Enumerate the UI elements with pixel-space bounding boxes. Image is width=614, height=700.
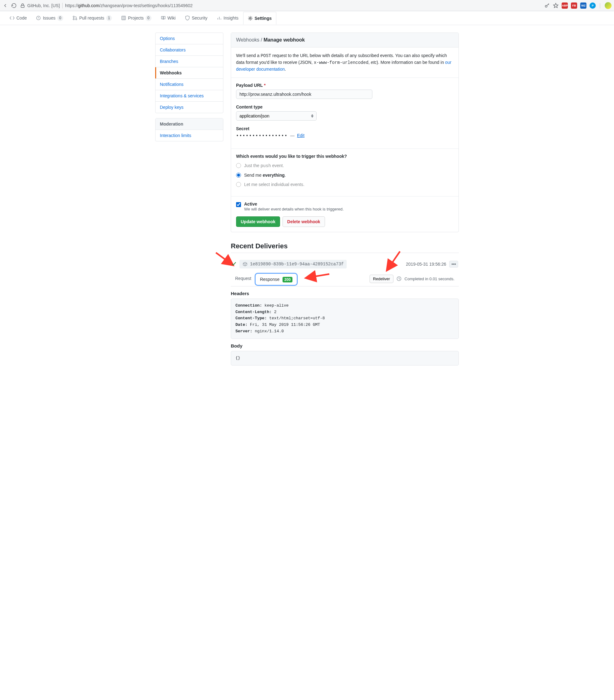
active-checkbox-row[interactable]: Active We will deliver event details whe… xyxy=(236,201,453,211)
repo-nav: Code Issues 0 Pull requests 1 Projects 0… xyxy=(0,11,614,25)
tab-request[interactable]: Request xyxy=(235,276,251,285)
tab-response[interactable]: Response 200 xyxy=(257,275,296,284)
box-header: Webhooks / Manage webhook xyxy=(231,33,459,47)
completed-text: Completed in 0.01 seconds. xyxy=(405,276,455,281)
tab-settings[interactable]: Settings xyxy=(243,12,276,25)
chrome-right-icons: ABP FB WZ P │ xyxy=(544,2,612,9)
post-verb: POST xyxy=(260,53,271,58)
sidebar-item-branches[interactable]: Branches xyxy=(155,56,223,67)
issues-count: 0 xyxy=(57,15,63,21)
delivery-id-chip: 1e819890-839b-11e9-94aa-4289152ca73f xyxy=(240,260,347,268)
events-option-individual[interactable]: Let me select individual events. xyxy=(236,182,453,187)
extension-wz-icon[interactable]: WZ xyxy=(580,2,586,9)
book-icon xyxy=(161,15,166,21)
webhook-box: Webhooks / Manage webhook We'll send a P… xyxy=(231,33,459,232)
delivery-row[interactable]: 1e819890-839b-11e9-94aa-4289152ca73f 201… xyxy=(231,257,459,272)
tab-label: Issues xyxy=(43,15,55,21)
events-option-everything[interactable]: Send me everything. xyxy=(236,173,453,178)
tab-projects[interactable]: Projects 0 xyxy=(116,11,156,25)
address-bar[interactable]: GitHub, Inc. [US] https://github.com/zha… xyxy=(20,3,541,8)
settings-sidebar: Options Collaborators Branches Webhooks … xyxy=(155,33,223,146)
secret-mask: •••••••••••••••• xyxy=(236,133,288,138)
graph-icon xyxy=(217,15,222,21)
star-icon[interactable] xyxy=(553,3,559,8)
back-icon[interactable] xyxy=(2,3,8,8)
secret-dash: — xyxy=(290,133,295,138)
secret-edit-link[interactable]: Edit xyxy=(297,133,305,138)
svg-rect-0 xyxy=(21,5,25,8)
url-path: /zhangsean/prow-test/settings/hooks/1135… xyxy=(100,3,193,8)
radio-push[interactable] xyxy=(236,163,241,168)
content-type-label: Content type xyxy=(236,104,453,110)
tab-code[interactable]: Code xyxy=(5,11,31,24)
recent-deliveries: Recent Deliveries 1e819890-839b-11e9-94a… xyxy=(231,242,459,365)
check-icon xyxy=(231,261,236,267)
payload-url-input[interactable] xyxy=(236,90,372,99)
secret-label: Secret xyxy=(236,126,453,131)
active-label: Active xyxy=(244,201,257,207)
moderation-heading: Moderation xyxy=(155,118,223,130)
annotation-arrow-icon xyxy=(305,272,330,283)
kebab-icon[interactable]: ••• xyxy=(449,261,458,267)
svg-marker-2 xyxy=(553,3,558,8)
svg-point-5 xyxy=(38,19,39,19)
active-checkbox[interactable] xyxy=(236,202,241,207)
key-icon[interactable] xyxy=(544,3,550,8)
active-section: Active We will deliver event details whe… xyxy=(231,196,459,216)
tab-label: Projects xyxy=(128,15,144,21)
svg-point-1 xyxy=(545,5,547,7)
body-label: Body xyxy=(231,343,459,348)
tab-issues[interactable]: Issues 0 xyxy=(31,11,67,25)
svg-line-16 xyxy=(216,253,232,264)
pulls-count: 1 xyxy=(106,15,112,21)
sidebar-item-notifications[interactable]: Notifications xyxy=(155,79,223,90)
redeliver-button[interactable]: Redeliver xyxy=(370,275,394,283)
form-actions: Update webhook Delete webhook xyxy=(231,216,459,232)
sidebar-item-deploy-keys[interactable]: Deploy keys xyxy=(155,102,223,113)
svg-point-7 xyxy=(73,18,74,20)
code-icon xyxy=(10,15,15,21)
svg-rect-9 xyxy=(122,16,126,20)
extension-abp-icon[interactable]: ABP xyxy=(562,2,568,9)
headers-label: Headers xyxy=(231,291,459,296)
page-title: Manage webhook xyxy=(264,37,305,42)
tab-pulls[interactable]: Pull requests 1 xyxy=(68,11,117,25)
payload-url-label: Payload URL xyxy=(236,83,263,88)
tab-security[interactable]: Security xyxy=(180,11,212,24)
tab-label: Insights xyxy=(224,15,239,21)
project-icon xyxy=(121,15,126,21)
url-host: github.com xyxy=(78,3,99,8)
deliveries-heading: Recent Deliveries xyxy=(231,242,459,250)
url-scheme: https:// xyxy=(65,3,78,8)
sidebar-item-collaborators[interactable]: Collaborators xyxy=(155,44,223,56)
intro-text: We'll send a POST request to the URL bel… xyxy=(231,47,459,77)
sidebar-item-interaction-limits[interactable]: Interaction limits xyxy=(155,130,223,141)
tab-response-label: Response xyxy=(260,277,279,282)
delivery-timestamp: 2019-05-31 19:56:26 xyxy=(406,262,446,266)
radio-individual[interactable] xyxy=(236,182,241,187)
svg-point-15 xyxy=(250,18,251,19)
tab-insights[interactable]: Insights xyxy=(212,11,243,24)
content-type-select[interactable]: application/json xyxy=(236,111,317,121)
events-option-push[interactable]: Just the push event. xyxy=(236,163,453,168)
lock-icon xyxy=(20,3,25,8)
browser-chrome: GitHub, Inc. [US] https://github.com/zha… xyxy=(0,0,614,11)
response-headers: Connection: keep-alive Content-Length: 2… xyxy=(231,299,459,339)
projects-count: 0 xyxy=(145,15,152,21)
tab-wiki[interactable]: Wiki xyxy=(156,11,180,24)
events-section: Which events would you like to trigger t… xyxy=(231,149,459,196)
sidebar-item-options[interactable]: Options xyxy=(155,33,223,44)
update-webhook-button[interactable]: Update webhook xyxy=(236,216,280,227)
reload-icon[interactable] xyxy=(11,3,17,8)
tab-label: Wiki xyxy=(168,15,176,21)
radio-everything[interactable] xyxy=(236,173,241,178)
delete-webhook-button[interactable]: Delete webhook xyxy=(282,216,325,227)
tab-label: Security xyxy=(192,15,207,21)
sidebar-item-webhooks[interactable]: Webhooks xyxy=(155,67,223,79)
sidebar-item-integrations[interactable]: Integrations & services xyxy=(155,90,223,102)
tab-label: Pull requests xyxy=(79,15,104,21)
profile-avatar-icon[interactable] xyxy=(605,2,612,9)
response-body: {} xyxy=(231,351,459,365)
extension-p-icon[interactable]: P xyxy=(589,2,596,9)
extension-fb-icon[interactable]: FB xyxy=(571,2,577,9)
